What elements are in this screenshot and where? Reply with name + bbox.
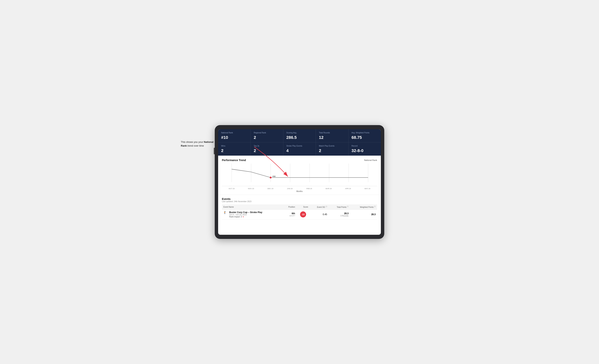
- stat-avg-weighted-points-label: Avg. Weighted Points: [352, 132, 378, 134]
- stat-national-rank: National Rank #10: [218, 129, 251, 142]
- performance-section: Performance Trend National Rank: [218, 156, 381, 195]
- event-date: Oct 9 – Oct 10, 2023: [229, 214, 262, 216]
- stat-total-rounds-value: 12: [319, 135, 345, 140]
- stat-top3s: Top 3s 2: [251, 142, 283, 156]
- weighted-points-info-icon: ⓘ: [374, 206, 376, 207]
- events-section: Events Last updated: 24th November 2023 …: [218, 195, 381, 222]
- stat-wins: Wins 2: [218, 142, 251, 156]
- event-total-points-value: 28.3: [330, 212, 349, 215]
- month-apr24: APR 24: [338, 188, 358, 189]
- stat-wins-label: Wins: [221, 145, 247, 147]
- stat-wins-value: 2: [221, 148, 247, 153]
- col-event-name: Event Name: [222, 204, 282, 210]
- stat-national-rank-value: #10: [221, 135, 247, 140]
- stat-match-play-events-value: 2: [319, 148, 345, 153]
- col-event-sg: Event SG ⓘ: [310, 204, 329, 210]
- stat-regional-rank-label: Regional Rank: [254, 132, 280, 134]
- svg-text:#10: #10: [272, 175, 276, 177]
- event-name-wrapper: 🏌️ Buster Cozy Cup – Stroke Play Oct 9 –…: [223, 211, 281, 218]
- perf-header: Performance Trend National Rank: [222, 159, 377, 162]
- table-row: 🏌️ Buster Cozy Cup – Stroke Play Oct 9 –…: [222, 210, 377, 220]
- outer-wrapper: This shows you your National Rank trend …: [215, 125, 384, 239]
- event-score-cell: -22: [297, 210, 309, 220]
- event-name-cell: 🏌️ Buster Cozy Cup – Stroke Play Oct 9 –…: [222, 210, 282, 220]
- month-feb24: FEB 24: [300, 188, 319, 189]
- stat-total-rounds-label: Total Rounds: [319, 132, 345, 134]
- tablet-frame: National Rank #10 Regional Rank 2 Scorin…: [215, 125, 384, 239]
- event-name-text: Buster Cozy Cup – Stroke Play: [229, 211, 262, 214]
- stat-national-rank-label: National Rank: [221, 132, 247, 134]
- event-position-sub: out of 7: [284, 215, 295, 217]
- rank-impact-text: Rank Impact: 3: [229, 216, 242, 218]
- col-total-points: Total Points ⓘ: [329, 204, 350, 210]
- chart-svg: #10: [222, 164, 377, 186]
- stats-row-1: National Rank #10 Regional Rank 2 Scorin…: [218, 129, 381, 142]
- event-total-points-cell: 28.3 3 Rounds: [329, 210, 350, 220]
- col-score: Score: [297, 204, 309, 210]
- event-sg-info-icon: ⓘ: [326, 206, 327, 207]
- stat-record-label: Record: [352, 145, 378, 147]
- stat-stroke-play-events: Stroke Play Events 4: [283, 142, 316, 156]
- annotation: This shows you your National Rank trend …: [181, 140, 219, 148]
- total-points-info-icon: ⓘ: [347, 206, 348, 207]
- tablet-screen: National Rank #10 Regional Rank 2 Scorin…: [218, 129, 381, 235]
- month-dec23: DEC 23: [261, 188, 280, 189]
- stat-top3s-label: Top 3s: [254, 145, 280, 147]
- stats-row-2: Wins 2 Top 3s 2 Stroke Play Events 4 Mat…: [218, 142, 381, 156]
- perf-title: Performance Trend: [222, 159, 246, 162]
- events-title: Events: [222, 197, 377, 200]
- annotation-text: This shows you your National Rank trend …: [181, 141, 213, 147]
- event-score-badge: -22: [300, 211, 306, 217]
- events-last-updated: Last updated: 24th November 2023: [222, 200, 377, 203]
- event-golf-icon: 🏌️: [223, 211, 227, 214]
- event-position-value: 6th: [284, 212, 295, 215]
- stats-bar: National Rank #10 Regional Rank 2 Scorin…: [218, 129, 381, 156]
- annotation-bold: National Rank: [181, 141, 213, 147]
- month-oct23: OCT 23: [222, 188, 241, 189]
- stat-stroke-play-events-label: Stroke Play Events: [286, 145, 313, 147]
- stat-total-rounds: Total Rounds 12: [316, 129, 348, 142]
- event-weighted-points-cell: 28.3: [350, 210, 377, 220]
- stat-match-play-events: Match Play Events 2: [316, 142, 348, 156]
- events-table: Event Name Position Score Event SG ⓘ Tot…: [222, 204, 377, 220]
- svg-point-9: [270, 177, 272, 178]
- stat-record-value: 32-8-0: [352, 148, 378, 153]
- month-nov23: NOV 23: [241, 188, 261, 189]
- stat-scoring-avg-value: 286.5: [286, 135, 313, 140]
- stat-match-play-events-label: Match Play Events: [319, 145, 345, 147]
- chart-area: #10: [222, 164, 377, 186]
- chart-months: OCT 23 NOV 23 DEC 23 JAN 24 FEB 24 MAR 2…: [222, 187, 377, 189]
- stat-regional-rank: Regional Rank 2: [251, 129, 283, 142]
- event-rank-impact: Rank Impact: 3 ▼: [229, 216, 262, 218]
- event-position-cell: 6th out of 7: [282, 210, 297, 220]
- events-table-header-row: Event Name Position Score Event SG ⓘ Tot…: [222, 204, 377, 210]
- event-sg-cell: 0.45: [310, 210, 329, 220]
- stat-avg-weighted-points-value: 68.75: [352, 135, 378, 140]
- col-position: Position: [282, 204, 297, 210]
- stat-scoring-avg: Scoring Avg. 286.5: [283, 129, 316, 142]
- months-title: Months: [222, 190, 377, 192]
- month-mar24: MAR 24: [319, 188, 338, 189]
- rank-impact-arrow-icon: ▼: [242, 216, 244, 218]
- stat-top3s-value: 2: [254, 148, 280, 153]
- event-name-details: Buster Cozy Cup – Stroke Play Oct 9 – Oc…: [229, 211, 262, 218]
- event-total-points-sub: 3 Rounds: [330, 215, 349, 217]
- month-jan24: JAN 24: [280, 188, 300, 189]
- stat-avg-weighted-points: Avg. Weighted Points 68.75: [348, 129, 381, 142]
- stat-scoring-avg-label: Scoring Avg.: [286, 132, 313, 134]
- stat-regional-rank-value: 2: [254, 135, 280, 140]
- month-may24: MAY 24: [358, 188, 377, 189]
- col-weighted-points: Weighted Points ⓘ: [350, 204, 377, 210]
- perf-rank-label: National Rank: [364, 159, 377, 161]
- stat-record: Record 32-8-0: [348, 142, 381, 156]
- stat-stroke-play-events-value: 4: [286, 148, 313, 153]
